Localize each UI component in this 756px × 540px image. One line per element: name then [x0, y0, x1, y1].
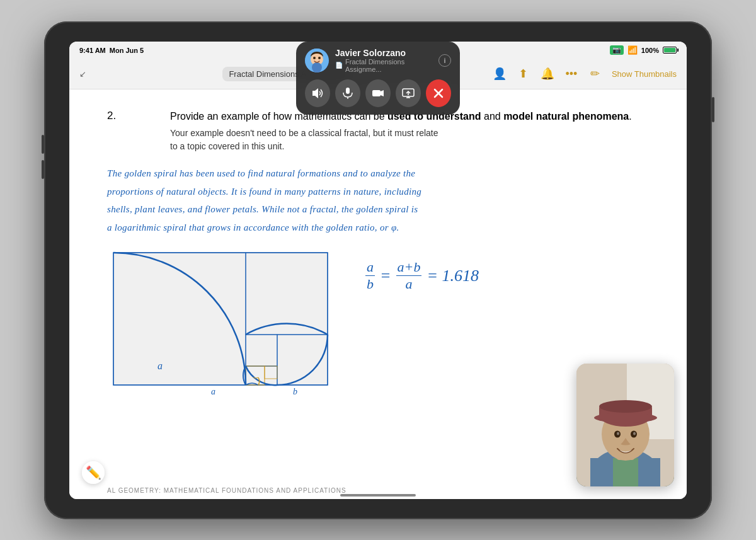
spiral-diagram: a a b — [107, 246, 340, 406]
power-button[interactable] — [712, 97, 714, 122]
question-number: 2. — [107, 108, 139, 122]
more-icon[interactable]: ••• — [564, 66, 579, 81]
svg-point-20 — [599, 400, 652, 413]
svg-rect-15 — [613, 458, 638, 486]
caller-name: Javier Solorzano — [335, 48, 432, 58]
svg-point-29 — [313, 57, 316, 59]
facetime-name-area: Javier Solorzano 📄 Fractal Dimensions As… — [335, 48, 432, 73]
edit-icon[interactable]: ✏ — [588, 66, 603, 81]
bell-icon[interactable]: 🔔 — [540, 66, 555, 81]
person-circle-icon[interactable]: 👤 — [492, 66, 507, 81]
facetime-controls — [305, 79, 451, 107]
question-block: 2. Provide an example of how mathematics… — [107, 108, 649, 154]
svg-marker-31 — [312, 88, 318, 98]
screen-share-icon — [401, 86, 415, 100]
facetime-popup: Javier Solorzano 📄 Fractal Dimensions As… — [296, 42, 460, 115]
svg-rect-0 — [113, 253, 328, 385]
formula-block: a b = a+b a = 1.618 — [365, 246, 479, 293]
date-display: Mon Jun 5 — [110, 47, 144, 54]
person-svg — [576, 364, 674, 486]
ipad-screen: 9:41 AM Mon Jun 5 📷 📶 100% ↙ Fractal — [69, 42, 687, 499]
facetime-subtitle: 📄 Fractal Dimensions Assignme... — [335, 58, 432, 73]
memoji-svg — [305, 49, 329, 72]
video-icon — [371, 86, 385, 100]
svg-point-21 — [594, 413, 657, 423]
question-and: and — [481, 111, 504, 122]
pencil-tool-indicator[interactable]: ✏️ — [82, 461, 105, 484]
time-display: 9:41 AM — [79, 47, 106, 54]
speaker-icon — [311, 86, 324, 100]
formula-display: a b = a+b a = 1.618 — [365, 259, 479, 293]
svg-point-28 — [312, 62, 322, 72]
doc-icon: 📄 — [335, 62, 343, 69]
caller-avatar — [305, 49, 329, 72]
document-area: 2. Provide an example of how mathematics… — [69, 89, 687, 499]
svg-text:b: b — [293, 387, 297, 396]
svg-rect-32 — [346, 88, 350, 94]
video-button[interactable] — [365, 79, 391, 107]
question-text-block: Provide an example of how mathematics ca… — [139, 108, 632, 154]
facetime-overlay: Javier Solorzano 📄 Fractal Dimensions As… — [296, 42, 460, 115]
svg-text:a: a — [211, 387, 215, 396]
volume-up-button[interactable] — [42, 135, 44, 154]
svg-point-24 — [617, 432, 619, 435]
mic-icon — [341, 86, 355, 100]
facetime-info-button[interactable]: i — [438, 54, 451, 67]
question-subtext: Your example doesn't need to be a classi… — [170, 127, 632, 153]
doc-content: 2. Provide an example of how mathematics… — [107, 108, 649, 407]
subtitle-text: Fractal Dimensions Assignme... — [345, 58, 432, 73]
svg-marker-35 — [381, 90, 384, 96]
end-call-icon — [432, 86, 445, 100]
svg-text:a: a — [158, 360, 163, 371]
end-call-button[interactable] — [426, 79, 451, 107]
camera-feed — [576, 364, 674, 486]
handwritten-answer: The golden spiral has been used to find … — [107, 164, 649, 236]
ipad-device: 9:41 AM Mon Jun 5 📷 📶 100% ↙ Fractal — [44, 21, 712, 519]
toolbar-left: ↙ — [79, 69, 86, 79]
toolbar-right: 👤 ⬆ 🔔 ••• ✏ Show Thumbnails — [492, 66, 677, 81]
status-right: 📷 📶 100% — [610, 45, 677, 55]
status-left: 9:41 AM Mon Jun 5 — [79, 47, 144, 54]
home-indicator[interactable] — [340, 494, 416, 497]
mic-button[interactable] — [335, 79, 360, 107]
volume-down-button[interactable] — [42, 160, 44, 179]
show-thumbnails-button[interactable]: Show Thumbnails — [612, 69, 677, 79]
share-icon[interactable]: ⬆ — [516, 66, 531, 81]
screen-share-button[interactable] — [396, 79, 421, 107]
spiral-svg: a a b — [107, 246, 340, 404]
wifi-icon: 📶 — [627, 45, 638, 55]
speaker-button[interactable] — [305, 79, 330, 107]
collapse-icon[interactable]: ↙ — [79, 69, 86, 79]
svg-point-25 — [633, 432, 636, 435]
svg-rect-34 — [372, 90, 381, 96]
person-video — [576, 364, 674, 486]
question-bold2: model natural phenomena — [503, 111, 629, 122]
battery-percent: 100% — [641, 47, 659, 54]
info-label: i — [444, 57, 445, 64]
battery-icon — [663, 47, 677, 54]
camera-status-icon: 📷 — [610, 45, 624, 55]
facetime-header: Javier Solorzano 📄 Fractal Dimensions As… — [305, 48, 451, 73]
doc-bottom-label: AL GEOMETRY: MATHEMATICAL FOUNDATIONS AN… — [107, 487, 346, 494]
drawing-area: a a b a b = — [107, 246, 649, 406]
question-end: . — [629, 111, 631, 122]
svg-point-30 — [318, 57, 321, 59]
